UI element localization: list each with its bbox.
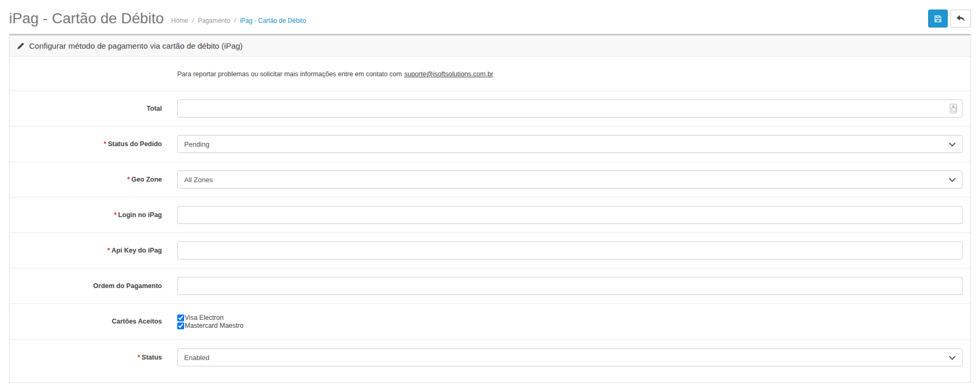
- visa-electron-option[interactable]: Visa Electron: [177, 314, 963, 321]
- breadcrumb-separator: /: [190, 17, 196, 24]
- form-row-accepted-cards: Cartões Aceitos Visa Electron Mastercard…: [10, 303, 970, 339]
- geo-zone-label: *Geo Zone: [17, 175, 169, 184]
- required-marker: *: [104, 140, 106, 148]
- login-label: *Login no iPag: [17, 211, 169, 219]
- required-marker: *: [107, 247, 110, 254]
- form-row-sort-order: Ordem do Pagamento: [10, 268, 970, 303]
- total-label: Total: [17, 104, 169, 113]
- panel-heading-text: Configurar método de pagamento via cartã…: [29, 41, 243, 50]
- total-input[interactable]: [177, 100, 963, 118]
- panel-heading: Configurar método de pagamento via cartã…: [10, 35, 970, 57]
- toolbar: [928, 10, 971, 28]
- form-row-login: *Login no iPag: [10, 197, 970, 232]
- back-button[interactable]: [950, 10, 971, 28]
- config-panel: Configurar método de pagamento via cartã…: [9, 34, 971, 383]
- api-key-input[interactable]: [177, 241, 963, 259]
- required-marker: *: [114, 211, 116, 219]
- form-row-total: Total: [10, 91, 970, 126]
- accepted-cards-group: Visa Electron Mastercard Maestro: [177, 314, 963, 329]
- save-button[interactable]: [928, 10, 948, 28]
- panel-body: Para reportar problemas ou solicitar mai…: [10, 57, 970, 382]
- api-key-label: *Api Key do iPag: [17, 246, 169, 255]
- order-status-select[interactable]: Pending: [177, 135, 963, 153]
- support-text: Para reportar problemas ou solicitar mai…: [177, 70, 402, 78]
- status-select[interactable]: Enabled: [177, 348, 963, 366]
- back-arrow-icon: [956, 15, 965, 23]
- breadcrumb-home[interactable]: Home: [171, 17, 188, 24]
- visa-electron-checkbox[interactable]: [177, 315, 184, 321]
- accepted-cards-label: Cartões Aceitos: [17, 317, 169, 326]
- sort-order-input[interactable]: [177, 277, 963, 295]
- geo-zone-select[interactable]: All Zones: [177, 170, 963, 188]
- login-input[interactable]: [177, 206, 963, 224]
- breadcrumb-separator: /: [232, 17, 238, 24]
- form-row-api-key: *Api Key do iPag: [10, 232, 970, 268]
- mastercard-maestro-checkbox[interactable]: [177, 322, 184, 329]
- order-status-label: *Status do Pedido: [17, 140, 169, 148]
- save-floppy-icon: [934, 15, 942, 23]
- status-label: *Status: [17, 353, 169, 362]
- form-row-order-status: *Status do Pedido Pending: [10, 126, 970, 161]
- mastercard-maestro-option[interactable]: Mastercard Maestro: [177, 322, 963, 329]
- form-row-status: *Status Enabled: [10, 339, 970, 375]
- required-marker: *: [127, 176, 130, 183]
- form-row-geo-zone: *Geo Zone All Zones: [10, 161, 970, 197]
- page-title: iPag - Cartão de Débito: [9, 10, 164, 27]
- required-marker: *: [138, 354, 140, 361]
- sort-order-label: Ordem do Pagamento: [17, 282, 169, 290]
- support-info-row: Para reportar problemas ou solicitar mai…: [10, 57, 970, 91]
- breadcrumb: Home / Pagamento / iPag - Cartão de Débi…: [171, 17, 306, 24]
- breadcrumb-pagamento[interactable]: Pagamento: [198, 17, 230, 24]
- pencil-icon: [17, 42, 24, 49]
- autofill-icon: [950, 104, 957, 113]
- support-email-link[interactable]: suporte@isoftsolutions.com.br: [404, 70, 493, 78]
- page-header: iPag - Cartão de Débito Home / Pagamento…: [9, 0, 971, 33]
- breadcrumb-current[interactable]: iPag - Cartão de Débito: [240, 17, 306, 24]
